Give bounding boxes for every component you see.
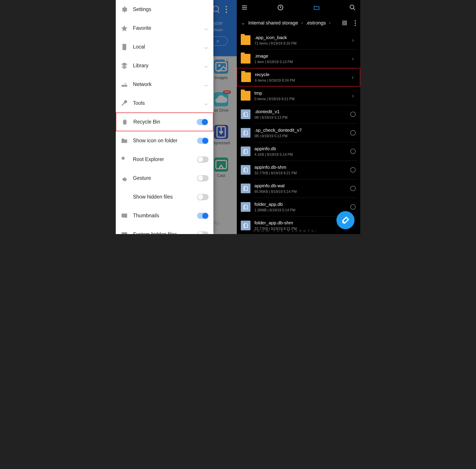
drawer-item-show-icon-on-folder[interactable]: Show icon on folder: [116, 131, 213, 150]
watermark-right: FROM THE EXPERTS!: [254, 229, 318, 233]
file-name: appinfo.db: [254, 146, 350, 151]
svg-point-6: [122, 157, 125, 160]
svg-rect-12: [343, 21, 344, 22]
file-name: .sp_check_dontedit_v7: [254, 128, 350, 133]
breadcrumb-bar: ⌄ Internal shared storage › .estrongs ›: [237, 15, 360, 31]
file-row[interactable]: .sp_check_dontedit_v70B | 8/19/19 5:13 P…: [237, 124, 360, 142]
select-radio[interactable]: [350, 149, 356, 154]
file-name: recycle: [255, 72, 349, 77]
drawer-item-show-hidden-files[interactable]: Show hidden files: [116, 187, 213, 206]
trash-icon: [121, 118, 128, 126]
file-row[interactable]: .app_icon_back71 items | 8/19/19 8:16 PM…: [237, 31, 360, 50]
left-phone: lyzer clean e 12ImagesNEWud Drivempresse…: [116, 0, 237, 234]
drawer-item-library[interactable]: Library⌄: [116, 56, 213, 75]
file-name: .app_icon_back: [254, 35, 350, 40]
file-row[interactable]: .image1 item | 8/19/19 5:13 PM›: [237, 50, 360, 68]
file-row[interactable]: appinfo.db4.1KB | 8/19/19 5:14 PM: [237, 142, 360, 161]
drawer-item-root-explorer[interactable]: Root Explorer: [116, 150, 213, 169]
drawer-item-network[interactable]: Network⌄: [116, 75, 213, 94]
fab-clean-button[interactable]: [336, 211, 354, 229]
clock-icon[interactable]: [277, 4, 284, 11]
svg-point-8: [123, 215, 124, 216]
drawer-item-label: Favorite: [133, 25, 204, 31]
file-name: .dontedit_v1: [254, 109, 350, 114]
file-row[interactable]: appinfo.db-shm32.77KB | 8/19/19 8:21 PM: [237, 161, 360, 179]
file-meta: 1 item | 8/19/19 5:13 PM: [254, 60, 350, 64]
file-meta: 32.77KB | 8/19/19 8:21 PM: [254, 171, 350, 175]
folder-icon: [241, 54, 251, 64]
drawer-item-label: Settings: [133, 6, 208, 12]
drawer-item-label: Recycle Bin: [133, 119, 197, 125]
chevron-right-icon: ›: [352, 92, 354, 99]
file-row[interactable]: .dontedit_v10B | 8/19/19 5:13 PM: [237, 105, 360, 124]
star-icon: [121, 24, 128, 32]
toggle[interactable]: [197, 156, 208, 163]
drawer-item-label: Show icon on folder: [133, 138, 197, 144]
file-icon: [241, 109, 251, 119]
svg-rect-14: [343, 23, 344, 25]
drawer-item-label: Local: [133, 44, 204, 50]
select-radio[interactable]: [350, 204, 356, 210]
drawer-item-favorite[interactable]: Favorite⌄: [116, 19, 213, 37]
drawer-item-label: Tools: [133, 100, 204, 106]
toggle[interactable]: [197, 119, 208, 125]
select-radio[interactable]: [350, 112, 356, 117]
chevron-right-icon: ›: [352, 55, 354, 62]
file-icon: [241, 128, 251, 138]
expand-icon: ⌄: [203, 100, 210, 107]
svg-rect-13: [345, 21, 347, 22]
select-radio[interactable]: [350, 130, 356, 135]
breadcrumb-1[interactable]: .estrongs: [306, 20, 326, 26]
expand-icon: ⌄: [203, 81, 210, 88]
toggle[interactable]: [197, 175, 208, 181]
key-icon: [121, 156, 128, 163]
hamburger-icon[interactable]: [241, 4, 248, 11]
drawer-item-gesture[interactable]: Gesture: [116, 169, 213, 187]
file-icon: [241, 165, 251, 175]
drawer-item-settings[interactable]: Settings: [116, 0, 213, 19]
file-row[interactable]: tmp0 items | 8/19/19 8:21 PM›: [237, 86, 360, 105]
breadcrumb-0[interactable]: Internal shared storage: [248, 20, 298, 26]
select-radio[interactable]: [350, 186, 356, 191]
path-more-icon[interactable]: [355, 20, 356, 26]
file-meta: 0 items | 8/19/19 8:21 PM: [254, 97, 350, 101]
file-meta: 71 items | 8/19/19 8:16 PM: [254, 41, 350, 45]
file-row[interactable]: recycle6 items | 8/19/19 8:24 PM›: [237, 68, 360, 86]
view-grid-icon[interactable]: [342, 20, 347, 26]
expand-icon: ⌄: [203, 62, 210, 69]
drawer-item-tools[interactable]: Tools⌄: [116, 94, 213, 113]
drawer-item-local[interactable]: Local⌄: [116, 37, 213, 56]
titlebar: [237, 0, 360, 15]
drawer-item-thumbnails[interactable]: Thumbnails: [116, 206, 213, 225]
drawer-item-system-hidden-files[interactable]: System hidden files: [116, 225, 213, 234]
search-icon[interactable]: [349, 4, 356, 11]
drawer-item-recycle-bin[interactable]: Recycle Bin: [116, 113, 213, 131]
toggle[interactable]: [197, 213, 208, 219]
toggle[interactable]: [197, 194, 208, 200]
breadcrumb-dropdown-icon[interactable]: ⌄: [241, 20, 245, 26]
drawer-item-label: System hidden files: [133, 231, 197, 234]
drawer-item-label: Library: [133, 63, 204, 69]
toggle[interactable]: [197, 231, 208, 234]
folder-tab-icon[interactable]: [313, 4, 320, 11]
chevron-right-icon: ›: [352, 37, 354, 44]
router-icon: [121, 81, 128, 88]
folder-icon: [241, 91, 251, 100]
drawer-item-label: Root Explorer: [133, 156, 197, 162]
svg-rect-5: [122, 85, 127, 87]
expand-icon: ⌄: [203, 43, 210, 50]
select-radio[interactable]: [350, 167, 356, 172]
folder-icon: [241, 72, 251, 82]
drawer-item-label: Show hidden files: [133, 194, 197, 200]
file-name: folder_app.db-shm: [254, 220, 350, 225]
file-icon: [241, 147, 251, 156]
toggle[interactable]: [197, 138, 208, 144]
file-meta: 6 items | 8/19/19 8:24 PM: [255, 79, 349, 83]
file-meta: 0B | 8/19/19 5:13 PM: [254, 134, 350, 138]
file-icon: [241, 202, 251, 212]
phone-icon: [121, 43, 128, 51]
file-row[interactable]: appinfo.db-wal65.95KB | 8/19/19 5:14 PM: [237, 179, 360, 198]
file-name: appinfo.db-shm: [254, 165, 350, 170]
wrench-icon: [121, 100, 128, 107]
sys-icon: [121, 231, 128, 234]
